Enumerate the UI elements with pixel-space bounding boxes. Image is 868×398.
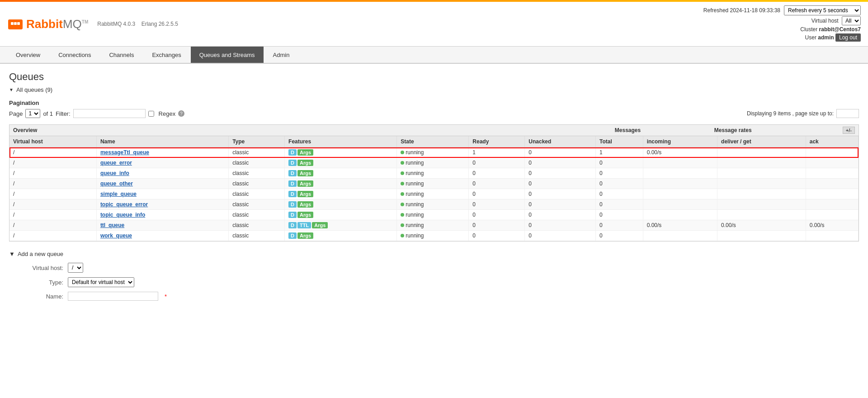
form-vhost-select[interactable]: /	[68, 263, 83, 273]
refresh-select[interactable]: Refresh every 5 seconds Refresh every 10…	[784, 5, 861, 15]
cell-state: running	[397, 168, 469, 179]
feature-badge-args: Args	[312, 222, 328, 228]
regex-help-icon: ?	[178, 110, 184, 117]
cell-ack	[806, 168, 858, 179]
svg-rect-2	[17, 22, 20, 25]
cell-deliver	[717, 231, 806, 241]
regex-checkbox[interactable]	[148, 111, 154, 117]
nav-exchanges[interactable]: Exchanges	[143, 47, 189, 63]
cell-type: classic	[229, 199, 285, 210]
feature-badge-d: D	[288, 222, 297, 228]
add-queue-section: ▼ Add a new queue Virtual host: / Type: …	[9, 251, 859, 301]
queues-tbody: /messageTtl_queueclassicDArgsrunning1010…	[9, 147, 859, 241]
cell-type: classic	[229, 158, 285, 168]
table-row[interactable]: /ttl_queueclassicDTTLArgsrunning0000.00/…	[9, 220, 859, 231]
cell-name[interactable]: queue_error	[96, 158, 228, 168]
user-value: admin	[818, 34, 834, 41]
cell-unacked: 0	[525, 231, 596, 241]
cell-name[interactable]: topic_queue_info	[96, 210, 228, 220]
cell-name[interactable]: queue_other	[96, 179, 228, 189]
cell-ack: 0.00/s	[806, 220, 858, 231]
page-select[interactable]: 1	[25, 109, 40, 118]
cell-type: classic	[229, 168, 285, 179]
top-right: Refreshed 2024-11-18 09:33:38 Refresh ev…	[703, 5, 861, 43]
filter-input[interactable]	[73, 109, 146, 118]
erlang-version: Erlang 26.2.5.5	[142, 21, 178, 27]
cell-ack	[806, 147, 858, 158]
cluster-value: rabbit@Centos7	[819, 26, 861, 33]
feature-badge-args: Args	[297, 170, 313, 176]
cell-total: 0	[595, 179, 643, 189]
cell-total: 0	[595, 231, 643, 241]
nav-queues[interactable]: Queues and Streams	[191, 47, 264, 63]
table-row[interactable]: /queue_errorclassicDArgsrunning000	[9, 158, 859, 168]
version-info: RabbitMQ 4.0.3 Erlang 26.2.5.5	[97, 21, 178, 27]
all-queues-toggle[interactable]: ▼ All queues (9)	[9, 86, 859, 93]
table-row[interactable]: /queue_otherclassicDArgsrunning000	[9, 179, 859, 189]
table-row[interactable]: /topic_queue_infoclassicDArgsrunning000	[9, 210, 859, 220]
vhost-select-header[interactable]: All /	[842, 16, 861, 25]
feature-badge-d: D	[288, 191, 297, 197]
nav-admin[interactable]: Admin	[264, 47, 298, 63]
cell-name[interactable]: queue_info	[96, 168, 228, 179]
cell-vhost: /	[9, 179, 96, 189]
state-running: running	[401, 149, 424, 156]
col-state: State	[397, 136, 469, 147]
table-row[interactable]: /messageTtl_queueclassicDArgsrunning1010…	[9, 147, 859, 158]
page-size-input[interactable]: 100	[836, 109, 859, 118]
cell-incoming	[643, 199, 717, 210]
cell-state: running	[397, 210, 469, 220]
cell-features: DArgs	[285, 168, 397, 179]
plus-minus-button[interactable]: +/-	[843, 127, 855, 134]
state-dot	[401, 213, 404, 217]
cell-deliver	[717, 168, 806, 179]
cell-incoming: 0.00/s	[643, 220, 717, 231]
col-incoming: incoming	[643, 136, 717, 147]
table-row[interactable]: /simple_queueclassicDArgsrunning000	[9, 189, 859, 199]
table-header: Virtual host Name Type Features State Re…	[9, 136, 859, 147]
cell-state: running	[397, 147, 469, 158]
add-queue-toggle[interactable]: ▼ Add a new queue	[9, 251, 859, 257]
nav-connections[interactable]: Connections	[50, 47, 99, 63]
col-deliver: deliver / get	[717, 136, 806, 147]
logo-mq: MQ	[63, 17, 82, 31]
cell-state: running	[397, 158, 469, 168]
cell-name[interactable]: topic_queue_error	[96, 199, 228, 210]
cell-features: DArgs	[285, 179, 397, 189]
logout-button[interactable]: Log out	[835, 33, 861, 42]
form-name-input[interactable]	[68, 292, 158, 301]
required-star: *	[165, 293, 167, 300]
form-name-label: Name:	[14, 293, 63, 300]
feature-badge-args: Args	[297, 232, 313, 239]
cell-ack	[806, 210, 858, 220]
queues-table: Virtual host Name Type Features State Re…	[9, 136, 859, 241]
col-unacked: Unacked	[525, 136, 596, 147]
cell-features: DArgs	[285, 231, 397, 241]
table-row[interactable]: /work_queueclassicDArgsrunning000	[9, 231, 859, 241]
cell-vhost: /	[9, 147, 96, 158]
cell-type: classic	[229, 210, 285, 220]
cell-state: running	[397, 179, 469, 189]
form-vhost-label: Virtual host:	[14, 265, 63, 271]
table-row[interactable]: /topic_queue_errorclassicDArgsrunning000	[9, 199, 859, 210]
cell-state: running	[397, 220, 469, 231]
cell-name[interactable]: simple_queue	[96, 189, 228, 199]
user-line: User admin Log out	[703, 33, 861, 42]
cell-deliver	[717, 179, 806, 189]
cell-total: 0	[595, 220, 643, 231]
cell-name[interactable]: ttl_queue	[96, 220, 228, 231]
cell-ack	[806, 231, 858, 241]
cell-type: classic	[229, 179, 285, 189]
pagination-section: Pagination Page 1 of 1 Filter: Regex ? D…	[9, 100, 859, 118]
nav-channels[interactable]: Channels	[100, 47, 142, 63]
nav-overview[interactable]: Overview	[7, 47, 49, 63]
feature-badge-args: Args	[297, 149, 313, 156]
cell-name[interactable]: messageTtl_queue	[96, 147, 228, 158]
navigation: Overview Connections Channels Exchanges …	[0, 47, 868, 64]
cell-name[interactable]: work_queue	[96, 231, 228, 241]
state-dot	[401, 151, 404, 154]
table-row[interactable]: /queue_infoclassicDArgsrunning000	[9, 168, 859, 179]
form-type-select[interactable]: Default for virtual host Classic Quorum …	[68, 277, 134, 287]
cell-incoming	[643, 158, 717, 168]
cell-ready: 0	[469, 179, 525, 189]
